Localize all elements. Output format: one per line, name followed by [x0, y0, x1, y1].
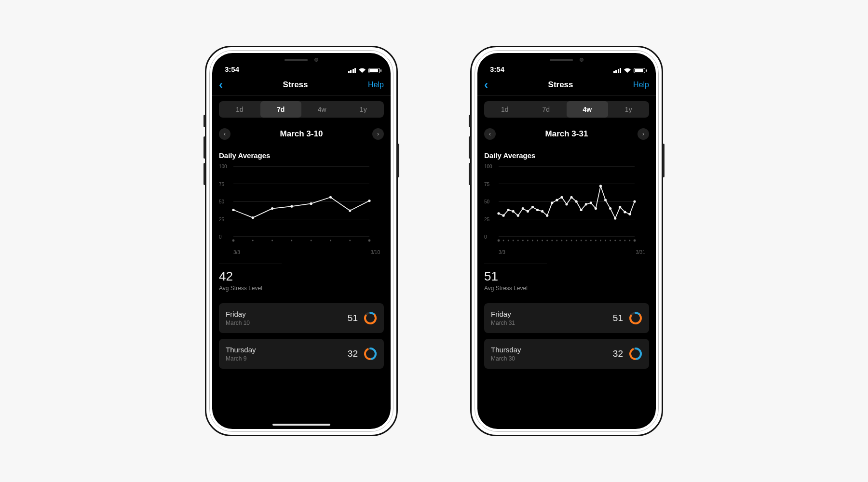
avg-stress-block: 42Avg Stress Level [219, 264, 384, 292]
svg-point-80 [610, 240, 611, 241]
svg-point-84 [629, 240, 631, 241]
svg-point-49 [599, 185, 602, 187]
svg-point-28 [497, 212, 500, 214]
help-link[interactable]: Help [633, 80, 649, 89]
svg-point-7 [271, 207, 273, 210]
y-tick-label: 25 [219, 216, 224, 222]
front-camera [314, 58, 318, 62]
svg-point-73 [576, 240, 577, 241]
hardware-button [203, 163, 205, 185]
svg-point-64 [532, 240, 533, 241]
svg-point-69 [556, 240, 557, 241]
next-range-button[interactable]: › [637, 128, 649, 140]
prev-range-button[interactable]: ‹ [219, 128, 231, 140]
svg-point-43 [570, 196, 572, 199]
svg-point-17 [311, 240, 312, 241]
day-card[interactable]: FridayMarch 3151 [484, 303, 649, 333]
y-tick-label: 75 [219, 181, 224, 187]
hardware-button [203, 136, 205, 159]
battery-icon [368, 68, 380, 73]
svg-point-71 [566, 240, 568, 241]
hardware-button [469, 115, 471, 127]
wifi-icon [624, 67, 631, 73]
svg-point-37 [541, 210, 543, 213]
day-value: 32 [613, 348, 623, 359]
svg-point-19 [349, 240, 351, 241]
svg-point-20 [368, 240, 371, 242]
segment-1y[interactable]: 1y [608, 101, 650, 118]
svg-point-8 [290, 205, 293, 208]
svg-point-13 [232, 240, 235, 242]
svg-point-52 [614, 217, 616, 219]
day-weekday: Friday [491, 310, 515, 318]
svg-point-31 [512, 210, 515, 213]
nav-bar: ‹StressHelp [212, 74, 391, 95]
segment-7d[interactable]: 7d [526, 101, 567, 118]
svg-point-9 [310, 202, 312, 205]
day-weekday: Thursday [226, 346, 256, 354]
date-range-row: ‹March 3-31› [477, 121, 656, 144]
day-value: 51 [613, 313, 623, 323]
svg-point-30 [507, 209, 510, 211]
hardware-button [663, 144, 665, 177]
svg-point-53 [619, 206, 621, 208]
segment-1d[interactable]: 1d [219, 101, 260, 118]
segment-4w[interactable]: 4w [301, 101, 343, 118]
segment-4w[interactable]: 4w [567, 101, 608, 118]
svg-point-74 [581, 240, 582, 241]
svg-point-62 [522, 240, 524, 241]
day-value: 32 [348, 348, 358, 359]
day-card[interactable]: ThursdayMarch 932 [219, 339, 384, 369]
svg-point-76 [590, 240, 592, 241]
help-link[interactable]: Help [368, 80, 384, 89]
stress-ring-icon [364, 347, 377, 361]
cellular-icon [613, 68, 622, 73]
phone-mockup: 3:54‹StressHelp1d7d4w1y‹March 3-31›Daily… [470, 46, 663, 436]
date-range-label: March 3-10 [280, 129, 323, 139]
range-segmented-control[interactable]: 1d7d4w1y [484, 101, 649, 118]
day-weekday: Friday [226, 310, 250, 318]
y-tick-label: 25 [484, 216, 489, 222]
svg-point-50 [604, 199, 607, 201]
svg-point-5 [232, 209, 234, 211]
svg-point-61 [517, 240, 519, 241]
svg-point-35 [531, 206, 534, 208]
svg-point-68 [551, 240, 553, 241]
avg-stress-value: 42 [219, 269, 384, 284]
day-card[interactable]: ThursdayMarch 3032 [484, 339, 649, 369]
svg-point-45 [580, 209, 583, 211]
svg-point-70 [561, 240, 563, 241]
y-tick-label: 0 [219, 234, 222, 240]
front-camera [580, 58, 583, 62]
wifi-icon [358, 67, 366, 73]
prev-range-button[interactable]: ‹ [484, 128, 496, 140]
y-tick-label: 50 [219, 199, 224, 204]
notch [523, 53, 610, 67]
notch [258, 53, 345, 67]
back-button[interactable]: ‹ [484, 79, 488, 91]
day-value: 51 [348, 313, 358, 323]
svg-point-33 [522, 207, 524, 210]
nav-title: Stress [548, 80, 573, 90]
svg-point-55 [628, 213, 631, 215]
svg-point-44 [575, 200, 578, 202]
segment-1y[interactable]: 1y [343, 101, 384, 118]
hardware-button [469, 136, 471, 159]
svg-point-11 [349, 209, 351, 212]
svg-point-47 [590, 201, 592, 204]
range-segmented-control[interactable]: 1d7d4w1y [219, 101, 384, 118]
svg-point-46 [585, 203, 587, 205]
day-list: FridayMarch 1051ThursdayMarch 932 [219, 303, 384, 369]
svg-point-85 [634, 240, 636, 242]
segment-1d[interactable]: 1d [484, 101, 526, 118]
segment-7d[interactable]: 7d [260, 101, 302, 118]
day-card[interactable]: FridayMarch 1051 [219, 303, 384, 333]
svg-point-51 [609, 207, 611, 210]
home-indicator [272, 424, 330, 426]
day-date: March 31 [491, 320, 515, 326]
stress-ring-icon [364, 311, 377, 325]
x-end-label: 3/10 [371, 250, 380, 255]
svg-point-16 [291, 240, 292, 241]
next-range-button[interactable]: › [372, 128, 384, 140]
back-button[interactable]: ‹ [219, 79, 223, 91]
